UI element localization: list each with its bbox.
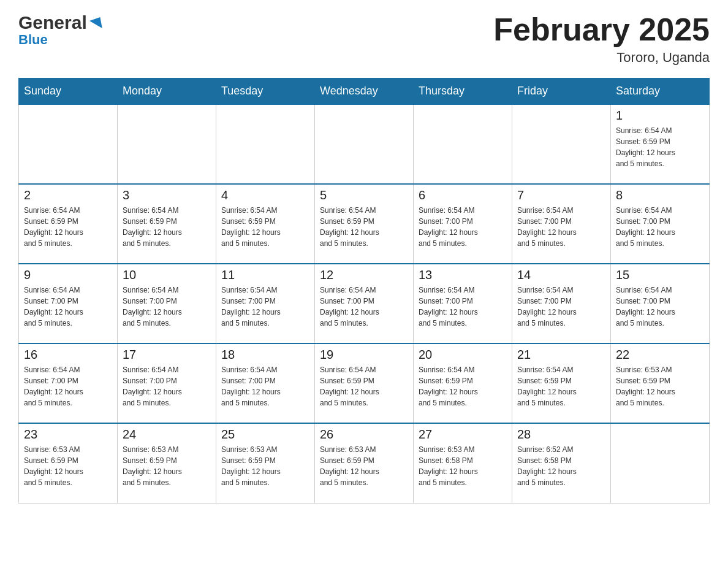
calendar-week-row: 1Sunrise: 6:54 AMSunset: 6:59 PMDaylight… — [19, 104, 710, 184]
calendar-cell: 16Sunrise: 6:54 AMSunset: 7:00 PMDayligh… — [19, 343, 118, 423]
calendar-cell: 22Sunrise: 6:53 AMSunset: 6:59 PMDayligh… — [611, 343, 710, 423]
logo-text-general: General — [18, 12, 87, 33]
day-info: Sunrise: 6:54 AMSunset: 6:59 PMDaylight:… — [320, 205, 408, 249]
day-number: 17 — [123, 348, 211, 362]
calendar-cell: 15Sunrise: 6:54 AMSunset: 7:00 PMDayligh… — [611, 264, 710, 343]
day-number: 14 — [517, 268, 605, 282]
calendar-cell: 10Sunrise: 6:54 AMSunset: 7:00 PMDayligh… — [118, 264, 216, 343]
calendar-cell: 20Sunrise: 6:54 AMSunset: 6:59 PMDayligh… — [414, 343, 512, 423]
calendar-cell: 11Sunrise: 6:54 AMSunset: 7:00 PMDayligh… — [216, 264, 315, 343]
day-info: Sunrise: 6:54 AMSunset: 7:00 PMDaylight:… — [221, 285, 309, 329]
calendar-cell: 19Sunrise: 6:54 AMSunset: 6:59 PMDayligh… — [315, 343, 414, 423]
day-info: Sunrise: 6:54 AMSunset: 7:00 PMDaylight:… — [24, 285, 112, 329]
weekday-header-tuesday: Tuesday — [216, 79, 315, 105]
day-info: Sunrise: 6:54 AMSunset: 7:00 PMDaylight:… — [123, 364, 211, 408]
day-info: Sunrise: 6:54 AMSunset: 7:00 PMDaylight:… — [24, 364, 112, 408]
weekday-header-row: SundayMondayTuesdayWednesdayThursdayFrid… — [19, 79, 710, 105]
day-number: 23 — [24, 427, 112, 442]
day-number: 19 — [320, 348, 408, 362]
day-info: Sunrise: 6:53 AMSunset: 6:59 PMDaylight:… — [320, 444, 408, 488]
calendar-cell: 12Sunrise: 6:54 AMSunset: 7:00 PMDayligh… — [315, 264, 414, 343]
day-number: 5 — [320, 188, 408, 202]
day-number: 16 — [24, 348, 112, 362]
calendar-cell: 27Sunrise: 6:53 AMSunset: 6:58 PMDayligh… — [414, 423, 512, 503]
calendar-cell: 3Sunrise: 6:54 AMSunset: 6:59 PMDaylight… — [118, 184, 216, 264]
calendar-cell: 9Sunrise: 6:54 AMSunset: 7:00 PMDaylight… — [19, 264, 118, 343]
weekday-header-monday: Monday — [118, 79, 216, 105]
day-info: Sunrise: 6:54 AMSunset: 7:00 PMDaylight:… — [616, 285, 704, 329]
calendar-cell: 2Sunrise: 6:54 AMSunset: 6:59 PMDaylight… — [19, 184, 118, 264]
logo: General Blue — [18, 12, 105, 48]
calendar-cell — [414, 104, 512, 184]
day-number: 8 — [616, 188, 704, 202]
day-number: 25 — [221, 427, 309, 442]
logo-icon: General — [18, 12, 105, 33]
calendar-table: SundayMondayTuesdayWednesdayThursdayFrid… — [18, 78, 710, 504]
weekday-header-wednesday: Wednesday — [315, 79, 414, 105]
day-info: Sunrise: 6:52 AMSunset: 6:58 PMDaylight:… — [517, 444, 605, 488]
day-info: Sunrise: 6:54 AMSunset: 6:59 PMDaylight:… — [221, 205, 309, 249]
calendar-cell: 28Sunrise: 6:52 AMSunset: 6:58 PMDayligh… — [512, 423, 611, 503]
calendar-cell: 21Sunrise: 6:54 AMSunset: 6:59 PMDayligh… — [512, 343, 611, 423]
day-number: 21 — [517, 348, 605, 362]
calendar-week-row: 2Sunrise: 6:54 AMSunset: 6:59 PMDaylight… — [19, 184, 710, 264]
day-info: Sunrise: 6:54 AMSunset: 7:00 PMDaylight:… — [517, 205, 605, 249]
day-info: Sunrise: 6:53 AMSunset: 6:59 PMDaylight:… — [221, 444, 309, 488]
day-number: 9 — [24, 268, 112, 282]
logo-arrow-icon — [87, 13, 105, 32]
title-area: February 2025 Tororo, Uganda — [493, 12, 710, 66]
calendar-cell: 4Sunrise: 6:54 AMSunset: 6:59 PMDaylight… — [216, 184, 315, 264]
day-number: 7 — [517, 188, 605, 202]
location: Tororo, Uganda — [493, 50, 710, 66]
calendar-cell: 26Sunrise: 6:53 AMSunset: 6:59 PMDayligh… — [315, 423, 414, 503]
calendar-cell — [19, 104, 118, 184]
day-info: Sunrise: 6:53 AMSunset: 6:58 PMDaylight:… — [419, 444, 507, 488]
calendar-cell — [512, 104, 611, 184]
calendar-week-row: 9Sunrise: 6:54 AMSunset: 7:00 PMDaylight… — [19, 264, 710, 343]
day-info: Sunrise: 6:54 AMSunset: 7:00 PMDaylight:… — [221, 364, 309, 408]
day-info: Sunrise: 6:54 AMSunset: 6:59 PMDaylight:… — [419, 364, 507, 408]
day-number: 27 — [419, 427, 507, 442]
day-number: 3 — [123, 188, 211, 202]
weekday-header-saturday: Saturday — [611, 79, 710, 105]
calendar-cell: 13Sunrise: 6:54 AMSunset: 7:00 PMDayligh… — [414, 264, 512, 343]
calendar-cell: 24Sunrise: 6:53 AMSunset: 6:59 PMDayligh… — [118, 423, 216, 503]
day-number: 18 — [221, 348, 309, 362]
calendar-cell: 17Sunrise: 6:54 AMSunset: 7:00 PMDayligh… — [118, 343, 216, 423]
calendar-cell: 5Sunrise: 6:54 AMSunset: 6:59 PMDaylight… — [315, 184, 414, 264]
day-info: Sunrise: 6:54 AMSunset: 7:00 PMDaylight:… — [320, 285, 408, 329]
calendar-cell: 8Sunrise: 6:54 AMSunset: 7:00 PMDaylight… — [611, 184, 710, 264]
calendar-cell: 23Sunrise: 6:53 AMSunset: 6:59 PMDayligh… — [19, 423, 118, 503]
calendar-cell: 14Sunrise: 6:54 AMSunset: 7:00 PMDayligh… — [512, 264, 611, 343]
day-info: Sunrise: 6:54 AMSunset: 7:00 PMDaylight:… — [517, 285, 605, 329]
day-number: 20 — [419, 348, 507, 362]
weekday-header-friday: Friday — [512, 79, 611, 105]
day-number: 6 — [419, 188, 507, 202]
calendar-cell: 1Sunrise: 6:54 AMSunset: 6:59 PMDaylight… — [611, 104, 710, 184]
month-title: February 2025 — [493, 12, 710, 47]
day-number: 28 — [517, 427, 605, 442]
day-number: 2 — [24, 188, 112, 202]
day-info: Sunrise: 6:54 AMSunset: 7:00 PMDaylight:… — [123, 285, 211, 329]
calendar-cell — [315, 104, 414, 184]
calendar-cell — [118, 104, 216, 184]
day-number: 24 — [123, 427, 211, 442]
day-number: 1 — [616, 109, 704, 123]
day-number: 15 — [616, 268, 704, 282]
svg-marker-0 — [89, 13, 105, 28]
day-number: 12 — [320, 268, 408, 282]
day-number: 13 — [419, 268, 507, 282]
calendar-week-row: 16Sunrise: 6:54 AMSunset: 7:00 PMDayligh… — [19, 343, 710, 423]
day-info: Sunrise: 6:54 AMSunset: 7:00 PMDaylight:… — [616, 205, 704, 249]
day-info: Sunrise: 6:54 AMSunset: 7:00 PMDaylight:… — [419, 285, 507, 329]
calendar-week-row: 23Sunrise: 6:53 AMSunset: 6:59 PMDayligh… — [19, 423, 710, 503]
calendar-cell — [611, 423, 710, 503]
calendar-cell: 7Sunrise: 6:54 AMSunset: 7:00 PMDaylight… — [512, 184, 611, 264]
day-info: Sunrise: 6:54 AMSunset: 7:00 PMDaylight:… — [419, 205, 507, 249]
day-number: 10 — [123, 268, 211, 282]
day-number: 22 — [616, 348, 704, 362]
weekday-header-sunday: Sunday — [19, 79, 118, 105]
day-info: Sunrise: 6:53 AMSunset: 6:59 PMDaylight:… — [616, 364, 704, 408]
day-info: Sunrise: 6:54 AMSunset: 6:59 PMDaylight:… — [24, 205, 112, 249]
logo-text-blue: Blue — [18, 32, 48, 48]
